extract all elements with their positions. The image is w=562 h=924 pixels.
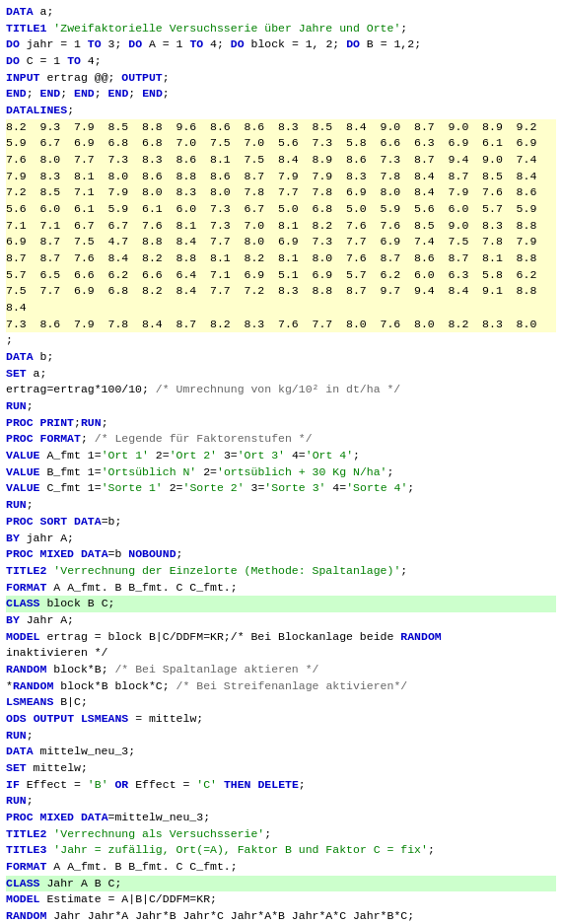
- code-line: BY jahr A;: [6, 531, 556, 547]
- code-line: ;: [6, 332, 556, 349]
- code-line: BY Jahr A;: [6, 612, 556, 629]
- code-line: IF Effect = 'B' OR Effect = 'C' THEN DEL…: [6, 777, 556, 794]
- code-line: SET mittelw;: [6, 760, 556, 777]
- code-line: PROC FORMAT; /* Legende für Faktorenstuf…: [6, 431, 556, 448]
- code-line: TITLE1 'Zweifaktorielle Versuchsserie üb…: [6, 21, 556, 37]
- code-line: RANDOM block*B; /* Bei Spaltanlage aktie…: [6, 662, 556, 678]
- code-line: TITLE3 'Jahr = zufällig, Ort(=A), Faktor…: [6, 842, 556, 859]
- code-line: FORMAT A A_fmt. B B_fmt. C C_fmt.;: [6, 580, 556, 597]
- code-line: 6.9 8.7 7.5 4.7 8.8 8.4 7.7 8.0 6.9 7.3 …: [6, 234, 556, 250]
- code-line: 8.2 9.3 7.9 8.5 8.8 9.6 8.6 8.6 8.3 8.5 …: [6, 119, 556, 136]
- code-line: END; END; END; END; END;: [6, 86, 556, 103]
- code-line: MODEL Estimate = A|B|C/DDFM=KR;: [6, 891, 556, 908]
- code-line: RUN;: [6, 793, 556, 810]
- code-line: RUN;: [6, 728, 556, 745]
- code-line: inaktivieren */: [6, 645, 556, 662]
- code-line: VALUE A_fmt 1='Ort 1' 2='Ort 2' 3='Ort 3…: [6, 448, 556, 464]
- code-line: 8.7 8.7 7.6 8.4 8.2 8.8 8.1 8.2 8.1 8.0 …: [6, 250, 556, 267]
- code-line: ertrag=ertrag*100/10; /* Umrechnung von …: [6, 382, 556, 398]
- code-line: PROC MIXED DATA=mittelw_neu_3;: [6, 810, 556, 826]
- code-line: DO C = 1 TO 4;: [6, 53, 556, 70]
- code-line: PROC MIXED DATA=b NOBOUND;: [6, 546, 556, 563]
- code-line: DO jahr = 1 TO 3; DO A = 1 TO 4; DO bloc…: [6, 36, 556, 53]
- code-line: 7.6 8.0 7.7 7.3 8.3 8.6 8.1 7.5 8.4 8.9 …: [6, 152, 556, 169]
- code-line: DATA mittelw_neu_3;: [6, 744, 556, 760]
- code-line: RUN;: [6, 398, 556, 415]
- code-line: MODEL ertrag = block B|C/DDFM=KR;/* Bei …: [6, 629, 556, 646]
- code-line: 5.7 6.5 6.6 6.2 6.6 6.4 7.1 6.9 5.1 6.9 …: [6, 267, 556, 284]
- code-line: SET a;: [6, 366, 556, 383]
- code-line: INPUT ertrag @@; OUTPUT;: [6, 70, 556, 87]
- code-line: LSMEANS B|C;: [6, 694, 556, 711]
- code-line: *RANDOM block*B block*C; /* Bei Streifen…: [6, 678, 556, 695]
- code-line: RANDOM Jahr Jahr*A Jahr*B Jahr*C Jahr*A*…: [6, 908, 556, 924]
- code-line: DATALINES;: [6, 103, 556, 119]
- code-line: 7.9 8.3 8.1 8.0 8.6 8.8 8.6 8.7 7.9 7.9 …: [6, 169, 556, 185]
- code-line: 7.3 8.6 7.9 7.8 8.4 8.7 8.2 8.3 7.6 7.7 …: [6, 317, 556, 333]
- code-line: CLASS Jahr A B C;: [6, 876, 556, 892]
- code-line: VALUE B_fmt 1='Ortsüblich N' 2='ortsübli…: [6, 464, 556, 481]
- code-line: ODS OUTPUT LSMEANS = mittelw;: [6, 711, 556, 728]
- code-line: TITLE2 'Verrechnung als Versuchsserie';: [6, 826, 556, 843]
- code-line: 5.6 6.0 6.1 5.9 6.1 6.0 7.3 6.7 5.0 6.8 …: [6, 201, 556, 218]
- code-line: 7.1 7.1 6.7 6.7 7.6 8.1 7.3 7.0 8.1 8.2 …: [6, 218, 556, 235]
- code-line: 7.5 7.7 6.9 6.8 8.2 8.4 7.7 7.2 8.3 8.8 …: [6, 283, 556, 316]
- code-line: FORMAT A A_fmt. B B_fmt. C C_fmt.;: [6, 859, 556, 876]
- code-line: DATA b;: [6, 349, 556, 366]
- code-line: 5.9 6.7 6.9 6.8 6.8 7.0 7.5 7.0 5.6 7.3 …: [6, 135, 556, 152]
- code-line: RUN;: [6, 497, 556, 514]
- code-line: 7.2 8.5 7.1 7.9 8.0 8.3 8.0 7.8 7.7 7.8 …: [6, 184, 556, 201]
- code-editor: DATA a;TITLE1 'Zweifaktorielle Versuchss…: [0, 0, 562, 924]
- code-line: CLASS block B C;: [6, 596, 556, 612]
- code-line: DATA a;: [6, 4, 556, 21]
- code-line: VALUE C_fmt 1='Sorte 1' 2='Sorte 2' 3='S…: [6, 480, 556, 497]
- code-line: PROC SORT DATA=b;: [6, 514, 556, 531]
- code-line: PROC PRINT;RUN;: [6, 415, 556, 432]
- code-line: TITLE2 'Verrechnung der Einzelorte (Meth…: [6, 563, 556, 580]
